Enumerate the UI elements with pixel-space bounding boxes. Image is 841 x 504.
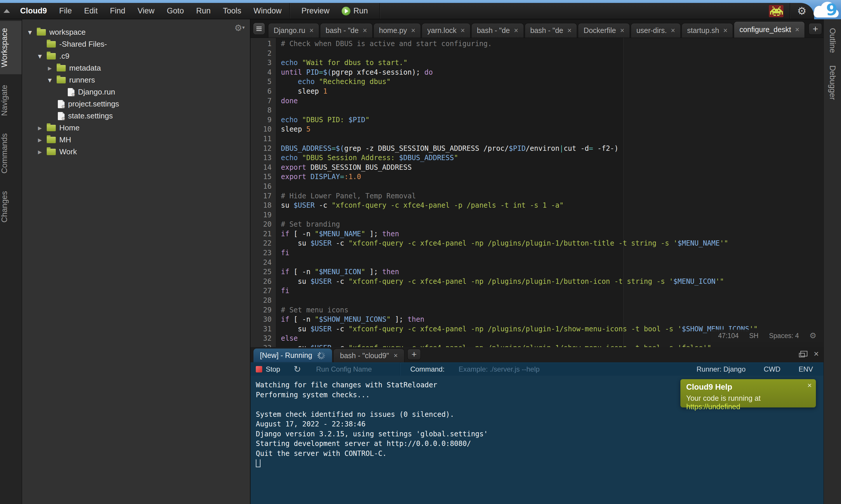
line-number[interactable]: 1 bbox=[251, 39, 276, 49]
code-line-3[interactable]: 3echo "Wait for dbus to start." bbox=[251, 58, 823, 68]
editor-tab-yarn-lock[interactable]: yarn.lock× bbox=[422, 23, 470, 38]
tree-item-work[interactable]: ▶Work bbox=[22, 146, 250, 158]
code-line-15[interactable]: 15export DISPLAY=:1.0 bbox=[251, 172, 823, 182]
expander-icon[interactable]: ▼ bbox=[38, 53, 47, 59]
line-number[interactable]: 9 bbox=[251, 115, 276, 125]
line-number[interactable]: 32 bbox=[251, 334, 276, 343]
menu-goto[interactable]: Goto bbox=[160, 6, 190, 16]
tab-close-icon[interactable]: × bbox=[795, 25, 800, 34]
console-tab-new-running[interactable]: [New] - Running bbox=[254, 348, 332, 362]
line-number[interactable]: 30 bbox=[251, 315, 276, 324]
code-line-9[interactable]: 9echo "DBUS PID: $PID" bbox=[251, 115, 823, 125]
code-line-23[interactable]: 23fi bbox=[251, 248, 823, 258]
bug-report-icon[interactable] bbox=[769, 5, 784, 17]
line-number[interactable]: 29 bbox=[251, 305, 276, 315]
menu-edit[interactable]: Edit bbox=[78, 6, 104, 16]
tree-item-c9[interactable]: ▼.c9 bbox=[22, 50, 250, 62]
tree-item-home[interactable]: ▶Home bbox=[22, 122, 250, 134]
tab-close-icon[interactable]: × bbox=[411, 26, 415, 35]
editor-tab-home-py[interactable]: home.py× bbox=[374, 23, 421, 38]
line-number[interactable]: 20 bbox=[251, 220, 276, 229]
sidebar-tab-commands[interactable]: Commands bbox=[0, 126, 22, 181]
code-line-17[interactable]: 17# Hide Lower Panel, Temp Removal bbox=[251, 191, 823, 201]
expander-icon[interactable]: ▶ bbox=[48, 65, 57, 71]
line-number[interactable]: 22 bbox=[251, 238, 276, 248]
tab-close-icon[interactable]: × bbox=[671, 26, 675, 35]
menu-window[interactable]: Window bbox=[247, 6, 288, 16]
line-number[interactable]: 26 bbox=[251, 277, 276, 286]
code-line-4[interactable]: 4until PID=$(pgrep xfce4-session); do bbox=[251, 68, 823, 77]
expander-icon[interactable]: ▼ bbox=[48, 77, 57, 83]
line-number[interactable]: 16 bbox=[251, 182, 276, 191]
line-number[interactable]: 6 bbox=[251, 87, 276, 96]
status-gear-icon[interactable]: ⚙ bbox=[809, 331, 817, 341]
code-line-6[interactable]: 6 sleep 1 bbox=[251, 87, 823, 96]
running-url-link[interactable]: https://undefined bbox=[686, 402, 740, 411]
cloud9-logo[interactable]: 9 bbox=[813, 1, 840, 19]
line-number[interactable]: 8 bbox=[251, 106, 276, 115]
code-line-12[interactable]: 12DBUS_ADDRESS=$(grep -z DBUS_SESSION_BU… bbox=[251, 144, 823, 154]
tree-item-metadata[interactable]: ▶metadata bbox=[22, 62, 250, 74]
tab-close-icon[interactable]: × bbox=[461, 26, 465, 35]
code-line-25[interactable]: 25if [ -n "$MENU_ICON" ]; then bbox=[251, 267, 823, 277]
editor-tab-user-dirs[interactable]: user-dirs.× bbox=[631, 23, 681, 38]
line-number[interactable]: 33 bbox=[251, 343, 276, 347]
code-line-29[interactable]: 29# Set menu icons bbox=[251, 305, 823, 315]
code-line-22[interactable]: 22 su $USER -c "xfconf-query -c xfce4-pa… bbox=[251, 238, 823, 248]
line-number[interactable]: 12 bbox=[251, 144, 276, 154]
line-number[interactable]: 27 bbox=[251, 286, 276, 296]
line-number[interactable]: 2 bbox=[251, 49, 276, 58]
line-number[interactable]: 15 bbox=[251, 172, 276, 182]
line-number[interactable]: 5 bbox=[251, 77, 276, 87]
new-tab-button[interactable]: + bbox=[809, 23, 822, 35]
code-line-20[interactable]: 20# Set branding bbox=[251, 220, 823, 229]
menu-view[interactable]: View bbox=[132, 6, 160, 16]
tree-item-runners[interactable]: ▼runners bbox=[22, 74, 250, 86]
menu-collapse-icon[interactable] bbox=[3, 9, 10, 13]
code-editor[interactable]: 1# Check when DBUS is active and start c… bbox=[251, 38, 823, 347]
line-number[interactable]: 11 bbox=[251, 134, 276, 144]
tree-item-project-settings[interactable]: ⚙project.settings bbox=[22, 98, 250, 110]
line-number[interactable]: 23 bbox=[251, 248, 276, 258]
sidebar-tab-changes[interactable]: Changes bbox=[0, 184, 22, 230]
code-line-11[interactable]: 11 bbox=[251, 134, 823, 144]
run-config-name-input[interactable]: Run Config Name bbox=[316, 365, 372, 373]
code-line-8[interactable]: 8 bbox=[251, 106, 823, 115]
tab-close-icon[interactable]: × bbox=[394, 352, 398, 360]
sidebar-tab-debugger[interactable]: Debugger bbox=[828, 65, 837, 100]
editor-tab-configure-deskt[interactable]: configure_deskt× bbox=[734, 21, 805, 38]
sidebar-tab-workspace[interactable]: Workspace bbox=[0, 21, 22, 74]
line-number[interactable]: 3 bbox=[251, 58, 276, 68]
maximize-panel-icon[interactable] bbox=[799, 353, 805, 357]
run-button[interactable]: Run bbox=[337, 6, 378, 16]
code-line-30[interactable]: 30if [ -n "$SHOW_MENU_ICONS" ]; then bbox=[251, 315, 823, 324]
runner-selector[interactable]: Runner: Django bbox=[697, 365, 745, 373]
code-line-28[interactable]: 28 bbox=[251, 296, 823, 305]
cursor-position[interactable]: 47:104 bbox=[718, 331, 738, 341]
tab-close-icon[interactable]: × bbox=[363, 26, 367, 35]
editor-tab-bash-de[interactable]: bash - "de× bbox=[525, 23, 577, 38]
code-line-18[interactable]: 18su $USER -c "xfconf-query -c xfce4-pan… bbox=[251, 201, 823, 210]
line-number[interactable]: 4 bbox=[251, 68, 276, 77]
env-button[interactable]: ENV bbox=[799, 365, 813, 373]
line-number[interactable]: 31 bbox=[251, 324, 276, 334]
code-line-24[interactable]: 24 bbox=[251, 258, 823, 268]
tree-item-state-settings[interactable]: ⚙state.settings bbox=[22, 110, 250, 122]
code-line-33[interactable]: 33 su $USER -c "xfconf-query -c xfce4-pa… bbox=[251, 343, 823, 347]
indent-setting[interactable]: Spaces: 4 bbox=[769, 331, 799, 341]
stop-button-label[interactable]: Stop bbox=[266, 365, 280, 373]
code-line-13[interactable]: 13echo "DBUS Session Address: $DBUS_ADDR… bbox=[251, 153, 823, 163]
code-line-14[interactable]: 14export DBUS_SESSION_BUS_ADDRESS bbox=[251, 163, 823, 173]
tab-close-icon[interactable]: × bbox=[723, 26, 728, 35]
code-line-27[interactable]: 27fi bbox=[251, 286, 823, 296]
menu-tools[interactable]: Tools bbox=[217, 6, 247, 16]
line-number[interactable]: 19 bbox=[251, 210, 276, 220]
code-line-19[interactable]: 19 bbox=[251, 210, 823, 220]
expander-icon[interactable]: ▶ bbox=[38, 125, 47, 131]
syntax-mode[interactable]: SH bbox=[749, 331, 759, 341]
editor-tab-django-ru[interactable]: Django.ru× bbox=[268, 23, 319, 38]
preferences-gear-icon[interactable]: ⚙ bbox=[792, 5, 814, 17]
editor-tab-dockerfile[interactable]: Dockerfile× bbox=[578, 23, 630, 38]
code-line-16[interactable]: 16 bbox=[251, 182, 823, 191]
close-panel-icon[interactable]: × bbox=[813, 349, 819, 359]
